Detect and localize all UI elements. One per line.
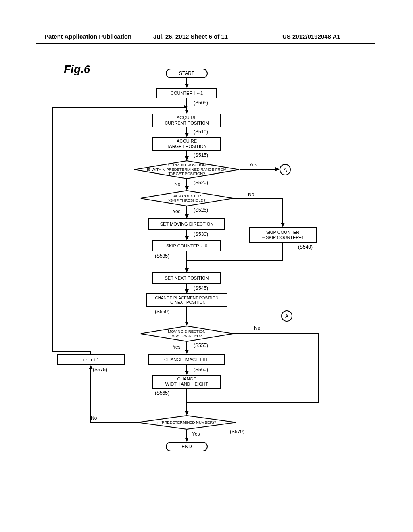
change-placement-process: CHANGE PLACEMENT POSITION TO NEXT POSITI… xyxy=(146,293,227,307)
decision-direction-changed: MOVING DIRECTION HAS CHANGED? xyxy=(140,326,233,342)
arrow-icon xyxy=(185,133,189,137)
change-width-height-process: CHANGE WIDTH AND HEIGHT xyxy=(152,375,221,389)
flow-line xyxy=(282,198,283,224)
flow-line xyxy=(240,169,278,170)
flow-line xyxy=(186,430,187,438)
step-label-s520: (S520) xyxy=(194,180,208,185)
flow-line xyxy=(186,206,187,215)
flow-line xyxy=(186,389,187,412)
flow-line xyxy=(52,107,187,108)
arrow-icon xyxy=(185,268,189,272)
flow-line xyxy=(282,243,283,260)
step-label-s550: (S550) xyxy=(155,309,169,314)
header-rule xyxy=(36,43,375,44)
set-direction-process: SET MOVING DIRECTION xyxy=(148,218,225,230)
flow-line xyxy=(90,368,91,423)
arrow-icon xyxy=(281,223,285,227)
arrow-icon xyxy=(185,84,189,88)
branch-yes: Yes xyxy=(192,431,200,437)
arrow-icon xyxy=(185,289,189,293)
flow-line xyxy=(52,107,53,352)
arrow-icon xyxy=(185,371,189,375)
step-label-s505: (S505) xyxy=(194,100,208,106)
skip-zero-process: SKIP COUNTER ←0 xyxy=(152,240,221,251)
flow-line xyxy=(186,307,187,322)
flow-line xyxy=(52,351,91,352)
set-next-position-process: SET NEXT POSITION xyxy=(152,272,221,284)
flow-line xyxy=(90,422,138,423)
step-label-s555: (S555) xyxy=(194,343,208,348)
step-label-s540: (S540) xyxy=(298,244,313,250)
flow-line xyxy=(186,179,187,187)
arrow-icon xyxy=(185,186,189,190)
connector-a-top: A xyxy=(280,164,291,175)
arrow-icon xyxy=(185,110,189,114)
connector-a-bottom: A xyxy=(281,310,292,322)
acquire-target-process: ACQUIRE TARGET POSITION xyxy=(152,137,221,151)
branch-no: No xyxy=(91,415,97,421)
i-increment-process: i ← i + 1 xyxy=(57,354,125,365)
arrow-icon xyxy=(184,105,188,109)
branch-no: No xyxy=(174,181,180,187)
counter-init-process: COUNTER i ←1 xyxy=(156,88,217,98)
header-right: US 2012/0192048 A1 xyxy=(282,33,340,40)
change-image-file-process: CHANGE IMAGE FILE xyxy=(148,354,225,365)
flow-line xyxy=(233,198,283,199)
step-label-s510: (S510) xyxy=(194,129,208,135)
step-label-s535: (S535) xyxy=(155,253,169,259)
arrow-icon xyxy=(89,365,93,369)
step-label-s515: (S515) xyxy=(194,152,208,158)
arrow-icon xyxy=(185,322,189,326)
step-label-s575: (S575) xyxy=(93,367,107,372)
step-label-s525: (S525) xyxy=(194,207,208,213)
step-label-s570: (S570) xyxy=(230,429,244,434)
branch-yes: Yes xyxy=(173,209,181,214)
step-label-s530: (S530) xyxy=(194,231,208,237)
flowchart: START COUNTER i ←1 (S505) ACQUIRE CURREN… xyxy=(0,69,413,512)
arrow-icon xyxy=(185,236,189,240)
arrow-icon xyxy=(185,438,189,442)
arrow-icon xyxy=(275,167,280,171)
step-label-s560: (S560) xyxy=(194,367,208,372)
arrow-icon xyxy=(185,350,189,354)
step-label-s565: (S565) xyxy=(155,390,169,396)
arrow-icon xyxy=(185,411,189,415)
flow-line xyxy=(187,260,283,261)
branch-yes: Yes xyxy=(173,344,181,350)
header-center: Jul. 26, 2012 Sheet 6 of 11 xyxy=(153,33,228,40)
arrow-icon xyxy=(185,156,189,160)
flow-line xyxy=(187,402,319,403)
decision-range: CURRENT POSITION IS WITHIN PREDETERMINED… xyxy=(134,160,240,179)
header-left: Patent Application Publication xyxy=(44,33,131,40)
skip-increment-process: SKIP COUNTER ←SKIP COUNTER+1 xyxy=(249,227,317,243)
end-terminator: END xyxy=(166,442,208,451)
acquire-current-process: ACQUIRE CURRENT POSITION xyxy=(152,114,221,127)
flow-line xyxy=(186,342,187,351)
flow-line xyxy=(318,333,319,402)
step-label-s545: (S545) xyxy=(194,285,208,291)
flow-line xyxy=(187,316,281,316)
flow-line xyxy=(233,333,319,334)
decision-skip: SKIP COUNTER >SKIP THRESHOLD? xyxy=(140,190,233,206)
branch-yes: Yes xyxy=(249,162,257,168)
decision-i-predetermined: i=(PREDETERMINED NUMBER)? xyxy=(137,415,236,430)
branch-no: No xyxy=(254,326,260,331)
start-terminator: START xyxy=(166,69,208,78)
arrow-icon xyxy=(185,214,189,218)
branch-no: No xyxy=(248,192,254,197)
